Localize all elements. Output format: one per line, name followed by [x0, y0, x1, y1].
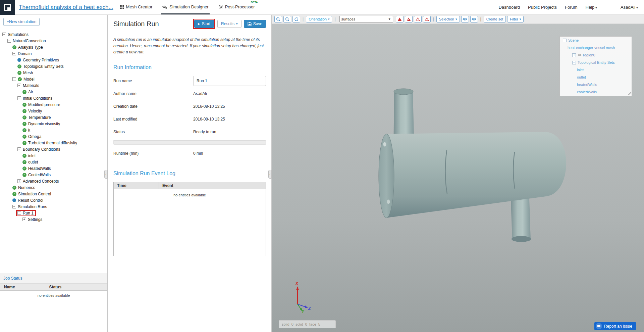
- tree-expander-icon[interactable]: [17, 211, 21, 215]
- tree-item-label: Topological Entity Sets: [23, 64, 64, 69]
- new-simulation-button[interactable]: +New simulation: [3, 18, 40, 26]
- tree-item[interactable]: Boundary Conditions: [0, 146, 107, 152]
- selection-dropdown[interactable]: Selection▾: [436, 16, 460, 22]
- scene-expander-icon[interactable]: [572, 53, 576, 57]
- page-title: Simulation Run: [113, 20, 159, 28]
- tree-expander-icon[interactable]: [12, 77, 16, 81]
- tree-expander-icon[interactable]: [12, 52, 16, 55]
- tree-expander-icon[interactable]: [2, 33, 6, 36]
- tree-item[interactable]: Advanced Concepts: [0, 178, 107, 184]
- tree-item[interactable]: Modified pressure: [0, 101, 107, 108]
- save-button[interactable]: Save: [244, 20, 266, 28]
- invert-visibility-button[interactable]: [470, 16, 478, 22]
- tree-expander-icon[interactable]: [17, 84, 21, 87]
- tree-expander-icon[interactable]: [12, 205, 16, 208]
- header-link[interactable]: Forum: [565, 5, 578, 10]
- tree-expander-icon[interactable]: [22, 218, 26, 221]
- surface-toggle-button-2[interactable]: [405, 16, 413, 22]
- render-mode-select[interactable]: surfaces▼: [339, 16, 393, 22]
- eye-icon[interactable]: [578, 54, 582, 56]
- tree-item[interactable]: Settings: [0, 216, 107, 223]
- tab-mesh-creator[interactable]: Mesh Creator: [119, 0, 154, 14]
- tree-item[interactable]: Velocity: [0, 108, 107, 114]
- tree-expander-icon[interactable]: [17, 96, 21, 100]
- header-link[interactable]: Dashboard: [498, 5, 520, 10]
- tree-item[interactable]: Dynamic viscosity: [0, 121, 107, 127]
- tree-item[interactable]: Simulations: [0, 31, 107, 38]
- tree-item[interactable]: Model: [0, 76, 107, 82]
- tree-expander-icon[interactable]: [17, 179, 21, 183]
- event-log-col-time: Time: [114, 182, 159, 189]
- orientation-dropdown[interactable]: Orientation▾: [306, 16, 332, 22]
- field-label: Status: [113, 130, 193, 134]
- tree-item[interactable]: Air: [0, 89, 107, 95]
- tree-item[interactable]: Simulation Runs: [0, 203, 107, 210]
- simscale-logo[interactable]: [0, 0, 15, 15]
- tree-item[interactable]: Materials: [0, 82, 107, 89]
- scene-item-label: Topological Entity Sets: [578, 60, 615, 64]
- tree-item[interactable]: Analysis Type: [0, 44, 107, 50]
- scene-item-label: heat-exchanger-vessel mesh: [568, 46, 615, 50]
- tree-item[interactable]: Run 1: [0, 210, 107, 216]
- show-visibility-button[interactable]: [461, 16, 469, 22]
- scene-tree-item[interactable]: region0: [560, 51, 632, 59]
- scene-tree-item[interactable]: Scene: [560, 37, 632, 44]
- tree-item[interactable]: HeatedWalls: [0, 165, 107, 172]
- create-set-button[interactable]: Create set: [484, 16, 506, 22]
- tree-item[interactable]: NaturalConvection: [0, 38, 107, 44]
- tree-item[interactable]: k: [0, 127, 107, 133]
- tree-item-content: Domain: [12, 51, 32, 56]
- zoom-out-button[interactable]: [283, 16, 291, 22]
- tab-post-processor[interactable]: Post-Processor BETA: [218, 0, 256, 14]
- scene-tree-item[interactable]: Topological Entity Sets: [560, 59, 632, 66]
- annotation-start-highlight: ▶Start: [193, 19, 215, 29]
- tree-item[interactable]: CooledWalls: [0, 172, 107, 178]
- tree-status-icon: [22, 173, 26, 177]
- header-link[interactable]: AsadAli: [621, 5, 638, 10]
- tree-item[interactable]: Mesh: [0, 69, 107, 76]
- zoom-in-button[interactable]: [274, 16, 282, 22]
- header-link[interactable]: Help: [586, 5, 597, 10]
- results-button[interactable]: Results▾: [217, 20, 241, 28]
- project-title[interactable]: Thermofluid analysis of a heat exch...: [19, 4, 113, 11]
- surface-toggle-button-4[interactable]: [423, 16, 431, 22]
- panel-resize-grip[interactable]: [628, 92, 631, 95]
- tree-expander-icon[interactable]: [7, 39, 11, 43]
- header-link[interactable]: Public Projects: [528, 5, 557, 10]
- panel-collapse-handle[interactable]: [268, 170, 272, 179]
- tree-item[interactable]: Geometry Primitives: [0, 57, 107, 63]
- scene-expander-icon[interactable]: [563, 39, 567, 42]
- tree-item[interactable]: outlet: [0, 159, 107, 165]
- surface-toggle-button-1[interactable]: [396, 16, 404, 22]
- tab-simulation-designer[interactable]: Simulation Designer: [161, 0, 209, 14]
- field-label: Last modified: [113, 117, 193, 122]
- filter-dropdown[interactable]: Filter▾: [507, 16, 524, 22]
- tree-item[interactable]: Numerics: [0, 184, 107, 191]
- tree-item-content: Geometry Primitives: [17, 58, 59, 62]
- tree-item[interactable]: Simulation Control: [0, 191, 107, 197]
- scene-tree-item[interactable]: cooledWalls: [560, 88, 632, 96]
- tree-item-content: Result Control: [12, 198, 43, 203]
- surface-toggle-button-3[interactable]: [414, 16, 422, 22]
- tree-item[interactable]: inlet: [0, 152, 107, 159]
- scene-tree-item[interactable]: outlet: [560, 74, 632, 81]
- scene-tree-item[interactable]: inlet: [560, 66, 632, 74]
- report-issue-button[interactable]: Report an issue: [594, 322, 636, 330]
- viewport-3d[interactable]: | Orientation▾ | surfaces▼ | Selectio: [272, 15, 644, 332]
- tree-item[interactable]: Omega: [0, 133, 107, 140]
- sidebar-collapse-handle[interactable]: [104, 170, 108, 179]
- tree-status-icon: [17, 64, 21, 68]
- tree-item[interactable]: Topological Entity Sets: [0, 63, 107, 69]
- tree-item[interactable]: Result Control: [0, 197, 107, 203]
- tree-item[interactable]: Turbulent thermal diffusivity: [0, 140, 107, 146]
- tree-expander-icon[interactable]: [17, 147, 21, 151]
- start-button[interactable]: ▶Start: [194, 20, 214, 28]
- tree-item[interactable]: Initial Conditions: [0, 95, 107, 101]
- scene-tree-item[interactable]: heatedWalls: [560, 81, 632, 88]
- tree-item[interactable]: Temperature: [0, 114, 107, 121]
- refresh-view-button[interactable]: [292, 16, 300, 22]
- run-name-input[interactable]: [193, 76, 266, 86]
- tree-item[interactable]: Domain: [0, 50, 107, 57]
- scene-tree-item[interactable]: heat-exchanger-vessel mesh: [560, 44, 632, 51]
- scene-expander-icon[interactable]: [572, 61, 576, 64]
